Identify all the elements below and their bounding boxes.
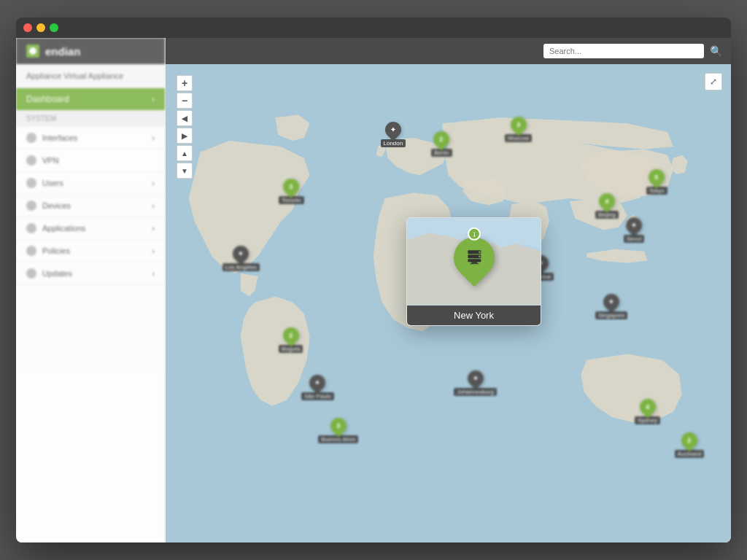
- map-pin-sa-south[interactable]: ✦ São Paulo: [301, 375, 334, 400]
- chevron-icon-3: ›: [152, 201, 155, 210]
- sidebar-item-policies[interactable]: Policies ›: [16, 240, 165, 262]
- sidebar-updates-label: Updates: [42, 269, 72, 278]
- sidebar-item-updates[interactable]: Updates ›: [16, 262, 165, 285]
- browser-window: endian Appliance Virtual Appliance Dashb…: [16, 18, 731, 542]
- pan-left-button[interactable]: ◀: [177, 110, 193, 126]
- devices-icon: [26, 201, 36, 211]
- user-section-label: Appliance Virtual Appliance: [26, 71, 123, 80]
- sidebar-item-devices[interactable]: Devices ›: [16, 195, 165, 217]
- map-pin-sa-north[interactable]: 2 Bogota: [279, 327, 303, 353]
- pan-down-button[interactable]: ▼: [177, 163, 193, 179]
- map-pin-canada[interactable]: 3 Toronto: [279, 179, 304, 204]
- sidebar-vpn-label: VPN: [42, 156, 59, 165]
- svg-rect-3: [468, 254, 481, 258]
- sidebar-item-interfaces[interactable]: Interfaces ›: [16, 127, 165, 149]
- search-icon: 🔍: [710, 45, 722, 57]
- svg-rect-6: [468, 259, 481, 262]
- map-pin-sea[interactable]: ✦ Singapore: [595, 294, 627, 319]
- ny-card-map: [407, 218, 541, 306]
- chevron-icon-4: ›: [152, 224, 155, 233]
- svg-rect-2: [468, 250, 481, 254]
- check-badge: [468, 228, 481, 241]
- fullscreen-button[interactable]: ⤢: [705, 73, 722, 90]
- map-pin-far-east[interactable]: ✦ Seoul: [624, 217, 644, 243]
- main-content: 🔍: [166, 38, 731, 542]
- zoom-in-button[interactable]: +: [177, 75, 193, 91]
- sidebar-item-users[interactable]: Users ›: [16, 172, 165, 195]
- app-title: endian: [45, 45, 80, 58]
- map-pin-sa-south2[interactable]: 3 Buenos Aires: [318, 418, 358, 443]
- maximize-button[interactable]: [50, 23, 58, 32]
- ny-pin-head: [445, 229, 503, 287]
- map-pin-nz[interactable]: 2 Auckland: [675, 432, 705, 458]
- sidebar-active-label: Dashboard: [26, 94, 69, 104]
- sidebar-item-applications[interactable]: Applications ›: [16, 217, 165, 240]
- sidebar-section-system: System: [16, 110, 165, 127]
- sidebar-item-vpn[interactable]: VPN: [16, 149, 165, 172]
- chevron-icon: ›: [152, 133, 155, 142]
- appliance-icon: [465, 247, 483, 268]
- search-input[interactable]: [543, 44, 704, 58]
- close-button[interactable]: [23, 23, 32, 32]
- ny-pin: [454, 237, 495, 278]
- map-controls: + − ◀ ▶ ▲ ▼: [177, 75, 193, 179]
- vpn-icon: [26, 155, 36, 166]
- users-icon: [26, 178, 36, 188]
- interfaces-icon: [26, 133, 36, 143]
- topbar: 🔍: [166, 38, 731, 64]
- map-pin-uk[interactable]: ✦ London: [381, 122, 406, 147]
- sidebar-applications-label: Applications: [42, 224, 85, 233]
- updates-icon: [26, 268, 36, 279]
- zoom-out-button[interactable]: −: [177, 93, 193, 109]
- chevron-icon-5: ›: [152, 246, 155, 255]
- policies-icon: [26, 246, 36, 256]
- map-pin-china[interactable]: 4 Beijing: [595, 193, 619, 219]
- map-pin-africa-s[interactable]: ✦ Johannesburg: [454, 370, 497, 396]
- minimize-button[interactable]: [36, 23, 45, 32]
- ny-card-label: New York: [407, 306, 541, 325]
- titlebar: [16, 18, 731, 38]
- sidebar-header: endian: [16, 38, 165, 64]
- pan-up-button[interactable]: ▲: [177, 145, 193, 161]
- map-area[interactable]: + − ◀ ▶ ▲ ▼ ⤢ ✦ London: [166, 64, 731, 542]
- map-pin-us-west[interactable]: ✦ Los Angeles: [222, 246, 260, 271]
- map-pin-russia[interactable]: 3 Moscow: [505, 117, 532, 142]
- chevron-icon-6: ›: [152, 269, 155, 278]
- logo-icon: [26, 44, 39, 58]
- sidebar-devices-label: Devices: [42, 201, 71, 210]
- chevron-right-icon: ›: [152, 94, 155, 104]
- new-york-card[interactable]: New York: [406, 217, 541, 326]
- applications-icon: [26, 223, 36, 233]
- map-pin-europe[interactable]: 2 Berlin: [431, 131, 452, 157]
- sidebar-item-dashboard[interactable]: Dashboard ›: [16, 88, 165, 110]
- chevron-icon-2: ›: [152, 179, 155, 187]
- sidebar-interfaces-label: Interfaces: [42, 133, 77, 142]
- map-pin-australia[interactable]: 4 Sydney: [635, 399, 660, 424]
- sidebar: endian Appliance Virtual Appliance Dashb…: [16, 38, 166, 542]
- map-pin-japan[interactable]: 5 Tokyo: [646, 169, 667, 195]
- sidebar-policies-label: Policies: [42, 246, 70, 255]
- sidebar-user-section: Appliance Virtual Appliance: [16, 64, 165, 88]
- sidebar-users-label: Users: [42, 179, 63, 187]
- pan-right-button[interactable]: ▶: [177, 128, 193, 144]
- app-container: endian Appliance Virtual Appliance Dashb…: [16, 38, 731, 542]
